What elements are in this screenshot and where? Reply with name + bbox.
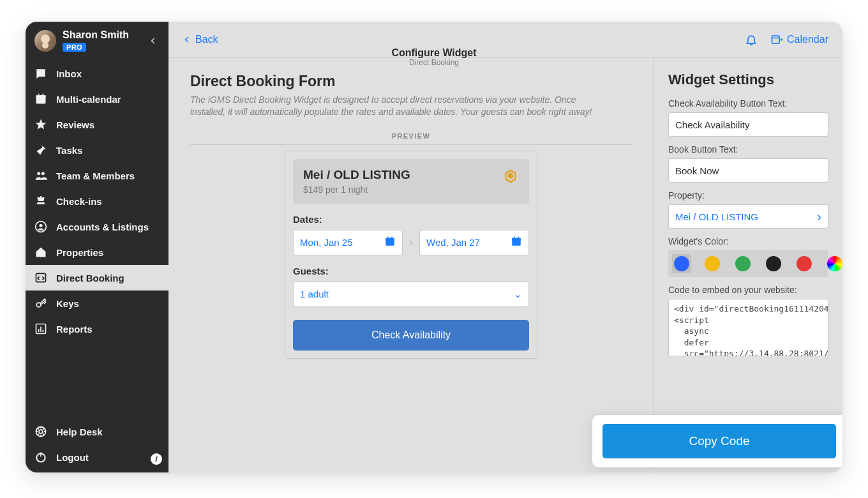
- sidebar-item-label: Keys: [56, 298, 79, 309]
- sidebar-item-label: Check-ins: [56, 196, 102, 207]
- key-icon: [34, 297, 47, 310]
- sidebar-item-team-members[interactable]: Team & Members: [26, 163, 168, 188]
- svg-point-19: [39, 430, 43, 434]
- sidebar-item-label: Help Desk: [56, 426, 103, 437]
- setting-label-code: Code to embed on your website:: [668, 285, 828, 295]
- svg-rect-29: [514, 237, 515, 239]
- svg-rect-16: [40, 327, 41, 332]
- guests-select[interactable]: 1 adult ⌄: [293, 282, 529, 307]
- house-icon: [34, 246, 47, 259]
- sidebar-item-properties[interactable]: Properties: [26, 239, 168, 265]
- date-from-value: Mon, Jan 25: [300, 237, 353, 248]
- bell-icon: [34, 195, 47, 207]
- report-icon: [34, 322, 47, 335]
- calendar-icon: [34, 93, 47, 105]
- preview-label: PREVIEW: [387, 132, 436, 140]
- setting-label-check: Check Availability Button Text:: [668, 98, 828, 109]
- avatar[interactable]: [34, 30, 56, 52]
- setting-label-color: Widget's Color:: [668, 236, 828, 246]
- sidebar-item-label: Multi-calendar: [56, 94, 121, 105]
- svg-rect-3: [36, 95, 46, 97]
- sidebar-item-inbox[interactable]: Inbox: [26, 61, 168, 86]
- form-area: Direct Booking Form The iGMS Direct Book…: [168, 57, 654, 472]
- sidebar-item-label: Inbox: [56, 68, 82, 79]
- svg-point-7: [41, 172, 45, 175]
- sidebar-item-logout[interactable]: Logout: [26, 444, 168, 470]
- sidebar-item-label: Direct Booking: [56, 273, 124, 283]
- color-swatch[interactable]: [764, 254, 783, 273]
- info-icon[interactable]: i: [151, 453, 162, 465]
- color-swatch[interactable]: [795, 254, 814, 273]
- sidebar-item-label: Logout: [56, 452, 89, 463]
- brand-logo-icon: [502, 168, 519, 185]
- page-title: Configure Widget: [391, 47, 476, 59]
- svg-point-8: [40, 196, 42, 198]
- sidebar: Sharon Smith PRO InboxMulti-calendarRevi…: [26, 22, 168, 472]
- svg-rect-0: [38, 72, 43, 73]
- svg-rect-24: [385, 238, 394, 241]
- setting-label-book: Book Button Text:: [668, 144, 828, 155]
- sidebar-item-direct-booking[interactable]: Direct Booking: [26, 265, 168, 290]
- svg-rect-21: [40, 453, 41, 457]
- svg-rect-17: [43, 330, 44, 332]
- sidebar-item-label: Team & Members: [56, 170, 135, 181]
- sidebar-collapse-button[interactable]: [147, 34, 160, 47]
- embed-icon: [34, 271, 47, 284]
- color-swatch[interactable]: [825, 254, 842, 273]
- topbar: Back Configure Widget Direct Booking Cal…: [168, 22, 842, 57]
- calendar-icon: [384, 236, 396, 249]
- copy-code-card: Copy Code: [592, 415, 842, 467]
- svg-rect-11: [40, 253, 41, 257]
- svg-rect-25: [387, 237, 389, 239]
- svg-rect-5: [43, 94, 44, 96]
- calendar-icon: [511, 236, 522, 249]
- svg-rect-28: [512, 238, 521, 241]
- svg-point-13: [36, 303, 41, 307]
- back-button[interactable]: Back: [183, 34, 218, 45]
- sidebar-item-tasks[interactable]: Tasks: [26, 137, 168, 163]
- color-picker-row: [668, 250, 828, 277]
- color-swatch[interactable]: [703, 254, 722, 273]
- svg-rect-22: [772, 36, 780, 43]
- notifications-button[interactable]: [745, 33, 758, 46]
- chevron-down-icon: ⌄: [514, 289, 522, 300]
- logout-icon: [34, 451, 47, 464]
- listing-title: Mei / OLD LISTING: [303, 168, 502, 182]
- check-availability-button[interactable]: Check Availability: [293, 320, 529, 351]
- check-button-text-input[interactable]: [668, 112, 828, 137]
- color-swatch[interactable]: [733, 254, 752, 273]
- calendar-button[interactable]: Calendar: [770, 33, 828, 46]
- date-from-input[interactable]: Mon, Jan 25: [293, 230, 403, 255]
- svg-rect-4: [38, 94, 40, 96]
- broom-icon: [34, 144, 47, 156]
- color-swatch[interactable]: [672, 254, 691, 273]
- sidebar-item-accounts-listings[interactable]: Accounts & Listings: [26, 214, 168, 239]
- sidebar-item-reviews[interactable]: Reviews: [26, 112, 168, 137]
- account-icon: [34, 220, 47, 233]
- date-to-input[interactable]: Wed, Jan 27: [419, 230, 529, 255]
- svg-rect-15: [38, 329, 40, 332]
- form-heading: Direct Booking Form: [190, 73, 632, 90]
- property-value: Mei / OLD LISTING: [675, 211, 758, 222]
- team-icon: [34, 169, 47, 182]
- sidebar-item-keys[interactable]: Keys: [26, 290, 168, 316]
- help-icon: [34, 425, 47, 438]
- embed-code-box[interactable]: <div id="directBooking1611142040421" <sc…: [668, 299, 828, 356]
- sidebar-item-reports[interactable]: Reports: [26, 316, 168, 342]
- svg-rect-1: [38, 73, 42, 75]
- sidebar-item-label: Accounts & Listings: [56, 222, 149, 232]
- calendar-label: Calendar: [787, 34, 828, 45]
- form-description: The iGMS Direct Booking Widget is design…: [190, 94, 599, 118]
- user-name: Sharon Smith: [63, 29, 140, 41]
- sidebar-item-label: Reviews: [56, 119, 94, 130]
- sidebar-item-multi-calendar[interactable]: Multi-calendar: [26, 86, 168, 112]
- sidebar-item-check-ins[interactable]: Check-ins: [26, 188, 168, 214]
- sidebar-item-label: Tasks: [56, 145, 82, 156]
- sidebar-item-help-desk[interactable]: Help Desk: [26, 419, 168, 444]
- copy-code-button[interactable]: Copy Code: [602, 424, 836, 458]
- inbox-icon: [34, 67, 47, 80]
- svg-point-10: [40, 224, 43, 227]
- property-select[interactable]: Mei / OLD LISTING: [668, 204, 828, 229]
- book-button-text-input[interactable]: [668, 158, 828, 183]
- back-label: Back: [195, 34, 218, 45]
